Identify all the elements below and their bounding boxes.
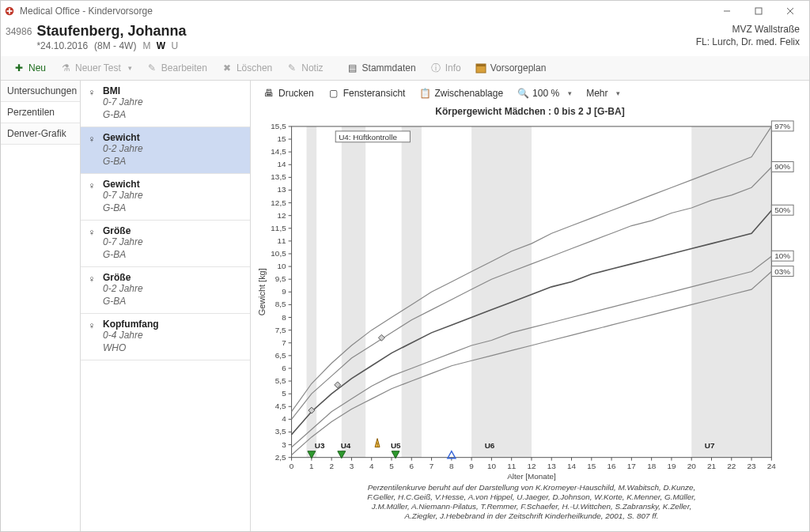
svg-rect-8 bbox=[476, 64, 486, 66]
gender-toggle[interactable]: M W U bbox=[142, 40, 180, 51]
svg-text:13: 13 bbox=[547, 462, 557, 470]
svg-text:8,5: 8,5 bbox=[275, 300, 286, 308]
svg-text:U3: U3 bbox=[315, 441, 325, 450]
female-icon: ♀ bbox=[87, 85, 97, 120]
female-icon: ♀ bbox=[87, 319, 97, 353]
pencil-icon: ✎ bbox=[146, 62, 157, 74]
svg-text:12: 12 bbox=[527, 462, 536, 470]
window-view-button[interactable]: ▢Fensteransicht bbox=[324, 85, 411, 101]
patient-name: Staufenberg, Johanna bbox=[36, 23, 186, 39]
svg-text:10: 10 bbox=[278, 262, 287, 270]
clipboard-button[interactable]: 📋Zwischenablage bbox=[414, 85, 508, 101]
svg-text:8: 8 bbox=[282, 313, 286, 322]
clipboard-icon: 📋 bbox=[419, 88, 430, 99]
new-test-button[interactable]: ⚗Neuer Test▾ bbox=[54, 59, 138, 77]
svg-text:21: 21 bbox=[707, 462, 717, 470]
svg-text:6: 6 bbox=[410, 462, 414, 470]
svg-text:14: 14 bbox=[278, 160, 287, 168]
svg-text:Gewicht [kg]: Gewicht [kg] bbox=[257, 268, 267, 315]
measure-item[interactable]: ♀Gewicht0-2 JahreG-BA bbox=[81, 127, 250, 174]
svg-text:U5: U5 bbox=[391, 441, 401, 450]
clinic-name: MVZ Wallstraße bbox=[696, 23, 800, 36]
measure-list: ♀BMI0-7 JahreG-BA♀Gewicht0-2 JahreG-BA♀G… bbox=[81, 81, 251, 531]
window-close-button[interactable] bbox=[774, 1, 806, 21]
window-titlebar: Medical Office - Kindervorsorge bbox=[1, 1, 809, 21]
svg-text:9: 9 bbox=[282, 287, 286, 296]
svg-text:11,5: 11,5 bbox=[271, 224, 286, 232]
svg-rect-11 bbox=[402, 126, 422, 458]
info-button[interactable]: ⓘInfo bbox=[424, 59, 467, 77]
chart-canvas: 2,533,544,555,566,577,588,599,51010,5111… bbox=[251, 120, 809, 531]
svg-text:1: 1 bbox=[309, 462, 314, 470]
svg-text:4: 4 bbox=[282, 414, 286, 423]
svg-text:10: 10 bbox=[487, 462, 497, 470]
delete-button[interactable]: ✖Löschen bbox=[215, 59, 278, 77]
svg-text:15: 15 bbox=[278, 134, 287, 143]
svg-text:A.Ziegler, J.Hebebrand in der : A.Ziegler, J.Hebebrand in der Zeitschrif… bbox=[404, 511, 659, 520]
app-icon bbox=[4, 6, 15, 17]
svg-text:24: 24 bbox=[767, 462, 777, 470]
svg-text:6,5: 6,5 bbox=[275, 351, 286, 360]
measure-item[interactable]: ♀BMI0-7 JahreG-BA bbox=[81, 81, 250, 127]
svg-text:2,5: 2,5 bbox=[275, 453, 286, 462]
svg-text:16: 16 bbox=[608, 462, 617, 470]
svg-text:9,5: 9,5 bbox=[275, 274, 286, 283]
svg-text:12,5: 12,5 bbox=[271, 198, 286, 207]
left-tab-denver-grafik[interactable]: Denver-Grafik bbox=[1, 123, 80, 145]
female-icon: ♀ bbox=[87, 272, 97, 307]
clinic-doctor: FL: Lurch, Dr. med. Felix bbox=[696, 36, 800, 48]
svg-text:Perzentilenkurve beruht auf de: Perzentilenkurve beruht auf der Darstell… bbox=[368, 483, 696, 492]
svg-text:!: ! bbox=[377, 441, 378, 448]
measure-item[interactable]: ♀Größe0-7 JahreG-BA bbox=[81, 221, 250, 267]
chart-toolbar: 🖶Drucken ▢Fensteransicht 📋Zwischenablage… bbox=[251, 81, 809, 104]
measure-item[interactable]: ♀Gewicht0-7 JahreG-BA bbox=[81, 174, 250, 221]
printer-icon: 🖶 bbox=[263, 88, 274, 99]
svg-text:50%: 50% bbox=[774, 206, 790, 214]
new-button[interactable]: ✚Neu bbox=[7, 59, 52, 77]
svg-text:Alter [Monate]: Alter [Monate] bbox=[507, 472, 556, 481]
print-button[interactable]: 🖶Drucken bbox=[259, 85, 319, 101]
delete-icon: ✖ bbox=[221, 62, 233, 74]
svg-text:3: 3 bbox=[282, 440, 286, 449]
left-tab-untersuchungen[interactable]: Untersuchungen bbox=[1, 81, 80, 102]
svg-text:19: 19 bbox=[667, 462, 676, 470]
note-button[interactable]: ✎Notiz bbox=[280, 59, 329, 77]
svg-text:7,5: 7,5 bbox=[275, 326, 286, 334]
edit-button[interactable]: ✎Bearbeiten bbox=[140, 59, 214, 77]
svg-text:13,5: 13,5 bbox=[271, 172, 286, 181]
svg-text:5,5: 5,5 bbox=[275, 376, 286, 385]
master-data-button[interactable]: ▤Stammdaten bbox=[341, 59, 422, 77]
patient-dob: *24.10.2016 bbox=[36, 40, 88, 51]
chart-title: Körpergewicht Mädchen : 0 bis 2 J [G-BA] bbox=[251, 104, 809, 120]
zoom-dropdown[interactable]: 🔍100 % bbox=[513, 85, 577, 101]
more-dropdown[interactable]: Mehr bbox=[581, 85, 625, 101]
female-icon: ♀ bbox=[87, 225, 97, 260]
svg-rect-13 bbox=[691, 126, 771, 458]
svg-rect-4 bbox=[755, 8, 762, 14]
vorsorgeplan-button[interactable]: Vorsorgeplan bbox=[469, 59, 553, 77]
magnifier-icon: 🔍 bbox=[517, 88, 528, 99]
svg-text:4,5: 4,5 bbox=[275, 402, 286, 410]
svg-text:8: 8 bbox=[449, 462, 454, 470]
window-maximize-button[interactable] bbox=[743, 1, 774, 21]
patient-age: (8M - 4W) bbox=[94, 40, 136, 51]
left-tab-perzentilen[interactable]: Perzentilen bbox=[1, 102, 80, 123]
svg-text:J.M.Müller, A.Niemann-Pilatus,: J.M.Müller, A.Niemann-Pilatus, T.Remmer,… bbox=[371, 502, 691, 511]
window-minimize-button[interactable] bbox=[711, 1, 743, 21]
flask-icon: ⚗ bbox=[60, 62, 71, 74]
svg-text:15: 15 bbox=[587, 462, 596, 470]
svg-text:5: 5 bbox=[282, 389, 286, 398]
measure-item[interactable]: ♀Größe0-2 JahreG-BA bbox=[81, 267, 250, 314]
svg-rect-12 bbox=[471, 126, 532, 458]
note-icon: ✎ bbox=[286, 62, 297, 74]
svg-text:20: 20 bbox=[687, 462, 697, 470]
calendar-icon bbox=[475, 62, 486, 74]
svg-text:14,5: 14,5 bbox=[271, 147, 286, 156]
svg-text:12: 12 bbox=[278, 211, 287, 220]
svg-text:14: 14 bbox=[567, 462, 577, 470]
svg-text:10,5: 10,5 bbox=[271, 249, 286, 258]
measure-item[interactable]: ♀Kopfumfang0-4 JahreWHO bbox=[81, 314, 250, 360]
svg-text:15,5: 15,5 bbox=[271, 122, 286, 130]
window-icon: ▢ bbox=[328, 88, 339, 99]
svg-text:2: 2 bbox=[329, 462, 334, 470]
